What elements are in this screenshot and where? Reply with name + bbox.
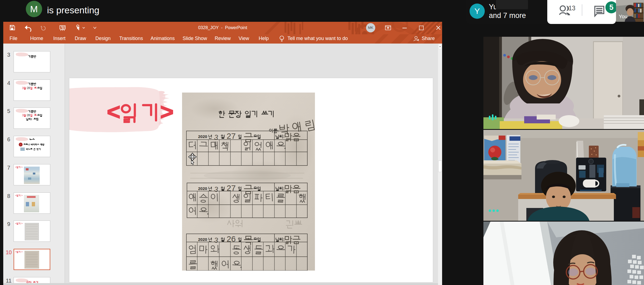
svg-text:>: > — [21, 222, 23, 225]
svg-text:<: < — [15, 250, 17, 253]
svg-text:27: 27 — [227, 183, 236, 192]
svg-text:27: 27 — [227, 131, 236, 140]
svg-text:2020: 2020 — [198, 134, 207, 139]
svg-text:<: < — [15, 194, 17, 197]
svg-text:28: 28 — [27, 87, 30, 90]
svg-text:5: 5 — [609, 3, 613, 11]
svg-text:3: 3 — [22, 114, 24, 117]
svg-text:<: < — [107, 99, 120, 125]
svg-text:>: > — [21, 250, 23, 253]
svg-text:<: < — [15, 166, 17, 168]
svg-text:>: > — [21, 194, 23, 197]
svg-text:13: 13 — [568, 5, 576, 12]
svg-text:3: 3 — [22, 87, 24, 90]
svg-text:26: 26 — [227, 234, 236, 243]
svg-text:>: > — [21, 166, 23, 168]
svg-text:<: < — [15, 222, 17, 225]
svg-text:28: 28 — [27, 114, 30, 117]
svg-text:>: > — [160, 99, 174, 125]
svg-text:2020: 2020 — [198, 186, 207, 191]
svg-text:2020: 2020 — [198, 237, 207, 242]
